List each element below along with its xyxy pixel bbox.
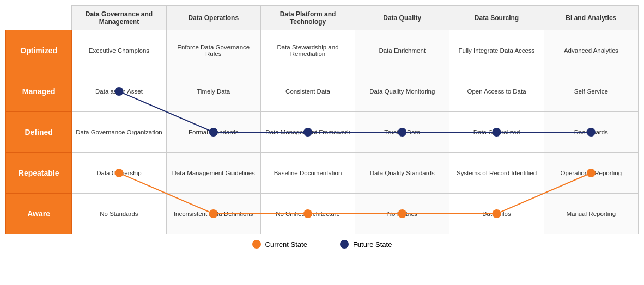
cell-r1-c3: Data Quality Monitoring — [355, 71, 449, 112]
cell-r3-c4: Systems of Record Identified — [449, 153, 544, 194]
cell-r2-c2: Data Management Framework — [260, 112, 355, 153]
legend: Current State Future State — [5, 240, 639, 249]
cell-r4-c2: No Unified Architecture — [260, 194, 355, 234]
row-label-optimized: Optimized — [6, 30, 72, 71]
row-label-defined: Defined — [6, 112, 72, 153]
cell-r4-c4: Data Silos — [449, 194, 544, 234]
cell-r1-c5: Self-Service — [544, 71, 638, 112]
cell-r4-c3: No Metrics — [355, 194, 449, 234]
cell-r1-c2: Consistent Data — [260, 71, 355, 112]
main-container: Data Governance and ManagementData Opera… — [0, 0, 644, 254]
cell-r2-c0: Data Governance Organization — [72, 112, 166, 153]
cell-r1-c4: Open Access to Data — [449, 71, 544, 112]
col-header-2: Data Operations — [166, 6, 260, 30]
current-state-legend: Current State — [252, 240, 307, 249]
col-header-5: Data Sourcing — [449, 6, 544, 30]
cell-r3-c0: Data Ownership — [72, 153, 166, 194]
empty-header — [6, 6, 72, 30]
cell-r2-c3: Trusted Data — [355, 112, 449, 153]
cell-r0-c3: Data Enrichment — [355, 30, 449, 71]
col-header-4: Data Quality — [355, 6, 449, 30]
current-state-label: Current State — [265, 240, 307, 249]
cell-r0-c0: Executive Champions — [72, 30, 166, 71]
cell-r0-c2: Data Stewardship and Remediation — [260, 30, 355, 71]
cell-r1-c1: Timely Data — [166, 71, 260, 112]
col-header-3: Data Platform and Technology — [260, 6, 355, 30]
cell-r2-c5: Dashboards — [544, 112, 638, 153]
maturity-grid: Data Governance and ManagementData Opera… — [5, 5, 639, 234]
cell-r2-c1: Formal Standards — [166, 112, 260, 153]
cell-r4-c1: Inconsistent Data Definitions — [166, 194, 260, 234]
table-wrapper: Data Governance and ManagementData Opera… — [5, 5, 639, 234]
col-header-6: BI and Analytics — [544, 6, 638, 30]
cell-r2-c4: Data Centralized — [449, 112, 544, 153]
current-state-dot — [252, 240, 261, 249]
future-state-label: Future State — [353, 240, 392, 249]
cell-r4-c5: Manual Reporting — [544, 194, 638, 234]
cell-r3-c1: Data Management Guidelines — [166, 153, 260, 194]
row-label-repeatable: Repeatable — [6, 153, 72, 194]
future-state-dot — [340, 240, 349, 249]
cell-r3-c2: Baseline Documentation — [260, 153, 355, 194]
row-label-aware: Aware — [6, 194, 72, 234]
cell-r0-c4: Fully Integrate Data Access — [449, 30, 544, 71]
row-label-managed: Managed — [6, 71, 72, 112]
col-header-1: Data Governance and Management — [72, 6, 166, 30]
cell-r1-c0: Data as an Asset — [72, 71, 166, 112]
cell-r4-c0: No Standards — [72, 194, 166, 234]
cell-r3-c5: Operational Reporting — [544, 153, 638, 194]
future-state-legend: Future State — [340, 240, 392, 249]
cell-r0-c5: Advanced Analytics — [544, 30, 638, 71]
cell-r3-c3: Data Quality Standards — [355, 153, 449, 194]
cell-r0-c1: Enforce Data Governance Rules — [166, 30, 260, 71]
